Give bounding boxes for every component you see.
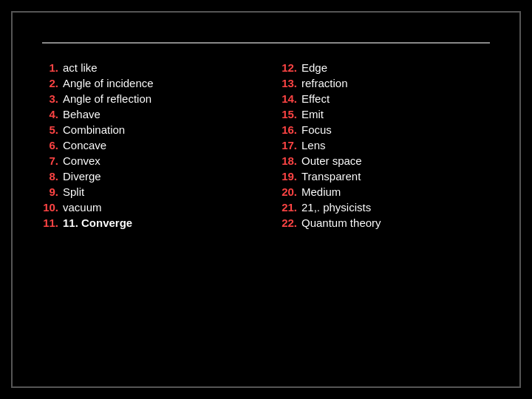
item-text: Medium bbox=[301, 185, 341, 198]
item-text: Convex bbox=[63, 154, 100, 167]
list-item: 10.vacuum bbox=[42, 201, 251, 214]
item-text: Angle of incidence bbox=[63, 77, 154, 89]
item-number: 4. bbox=[42, 108, 58, 120]
item-number: 21. bbox=[281, 201, 297, 214]
item-number: 10. bbox=[42, 201, 58, 214]
item-number: 22. bbox=[281, 216, 297, 229]
list-item: 20.Medium bbox=[281, 185, 490, 198]
item-number: 12. bbox=[281, 61, 297, 74]
item-text: Concave bbox=[63, 139, 106, 151]
item-text: Angle of reflection bbox=[63, 92, 151, 105]
list-item: 19.Transparent bbox=[281, 170, 490, 183]
item-number: 20. bbox=[281, 185, 297, 198]
list-item: 5.Combination bbox=[42, 123, 251, 136]
item-text: Outer space bbox=[301, 154, 362, 167]
list-item: 12.Edge bbox=[281, 61, 490, 74]
item-number: 2. bbox=[42, 77, 58, 89]
title-divider bbox=[42, 42, 490, 44]
item-text: Emit bbox=[301, 108, 324, 120]
item-text: vacuum bbox=[63, 201, 102, 214]
left-column: 1.act like2.Angle of incidence3.Angle of… bbox=[42, 61, 251, 364]
list-item: 3.Angle of reflection bbox=[42, 92, 251, 105]
item-number: 6. bbox=[42, 139, 58, 151]
list-item: 21.21,. physicists bbox=[281, 201, 490, 214]
list-item: 4.Behave bbox=[42, 108, 251, 120]
list-item: 11.11. Converge bbox=[42, 216, 251, 229]
item-number: 1. bbox=[42, 61, 58, 74]
item-text: Combination bbox=[63, 123, 125, 136]
item-text: refraction bbox=[301, 77, 348, 89]
right-column: 12.Edge13.refraction14.Effect15.Emit16.F… bbox=[281, 61, 490, 364]
list-item: 17.Lens bbox=[281, 139, 490, 151]
item-number: 11. bbox=[42, 216, 58, 229]
list-item: 8.Diverge bbox=[42, 170, 251, 183]
list-item: 14.Effect bbox=[281, 92, 490, 105]
list-item: 16.Focus bbox=[281, 123, 490, 136]
item-number: 14. bbox=[281, 92, 297, 105]
slide: 1.act like2.Angle of incidence3.Angle of… bbox=[11, 11, 521, 388]
list-item: 18.Outer space bbox=[281, 154, 490, 167]
item-text: Transparent bbox=[301, 170, 361, 183]
item-text: 21,. physicists bbox=[301, 201, 371, 214]
item-text: Focus bbox=[301, 123, 332, 136]
list-item: 2.Angle of incidence bbox=[42, 77, 251, 89]
item-number: 18. bbox=[281, 154, 297, 167]
item-text: Lens bbox=[301, 139, 326, 151]
content-area: 1.act like2.Angle of incidence3.Angle of… bbox=[42, 61, 490, 364]
list-item: 6.Concave bbox=[42, 139, 251, 151]
item-number: 5. bbox=[42, 123, 58, 136]
item-text: Split bbox=[63, 185, 84, 198]
item-text: Quantum theory bbox=[301, 216, 381, 229]
list-item: 1.act like bbox=[42, 61, 251, 74]
item-text: 11. Converge bbox=[63, 216, 132, 229]
item-text: Behave bbox=[63, 108, 100, 120]
item-number: 17. bbox=[281, 139, 297, 151]
item-text: act like bbox=[63, 61, 98, 74]
item-number: 13. bbox=[281, 77, 297, 89]
item-number: 9. bbox=[42, 185, 58, 198]
item-text: Effect bbox=[301, 92, 330, 105]
item-text: Diverge bbox=[63, 170, 101, 183]
list-item: 22.Quantum theory bbox=[281, 216, 490, 229]
list-item: 13.refraction bbox=[281, 77, 490, 89]
item-text: Edge bbox=[301, 61, 327, 74]
item-number: 8. bbox=[42, 170, 58, 183]
item-number: 3. bbox=[42, 92, 58, 105]
list-item: 7.Convex bbox=[42, 154, 251, 167]
item-number: 15. bbox=[281, 108, 297, 120]
list-item: 15.Emit bbox=[281, 108, 490, 120]
item-number: 16. bbox=[281, 123, 297, 136]
list-item: 9.Split bbox=[42, 185, 251, 198]
item-number: 7. bbox=[42, 154, 58, 167]
item-number: 19. bbox=[281, 170, 297, 183]
